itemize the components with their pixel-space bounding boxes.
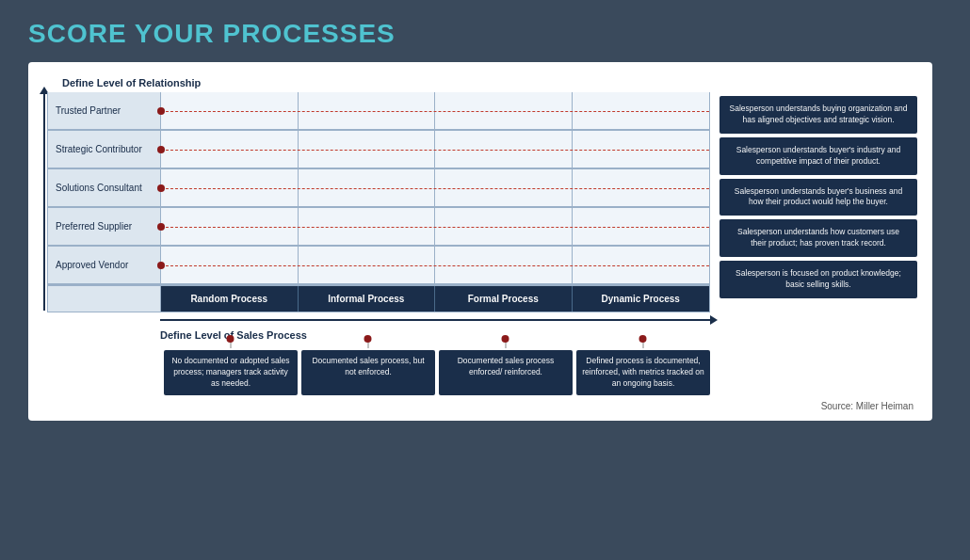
right-desc: Salesperson understands buyer's business… [719,179,917,216]
matrix-cell [435,169,573,207]
left-section: Define Level of Relationship Trusted Par… [43,77,710,395]
matrix-cell [435,208,573,246]
matrix-cell [299,208,436,246]
matrix-cell [435,247,573,284]
chart-wrapper: Define Level of Relationship Trusted Par… [28,62,932,421]
right-descriptions: Salesperson understands buying organizat… [719,96,917,298]
col-headers-row: Random Process Informal Process Formal P… [47,285,710,312]
bottom-desc: Documented sales process, but not enforc… [301,350,435,395]
x-arrow-container [160,312,710,328]
matrix-cell [161,247,299,284]
matrix-cell [299,169,436,207]
bottom-desc-spacer [47,350,160,395]
bottom-tick [231,339,232,348]
col-header: Dynamic Process [573,286,710,312]
matrix-cell [435,131,573,168]
matrix-cell [573,247,710,284]
bottom-tick [368,339,369,348]
row-label: Strategic Contributor [48,131,161,168]
page-container: SCORE YOUR PROCESSES Define Level of Rel… [0,0,970,560]
y-axis-label: Define Level of Relationship [62,77,710,88]
bottom-descriptions: No documented or adopted sales process; … [47,350,710,395]
right-desc: Salesperson understands how customers us… [719,219,917,257]
y-axis-arrow [43,92,45,311]
matrix-container: Trusted Partner Strategic Contributor [43,92,710,395]
matrix-cell [299,131,436,168]
row-dot [157,107,165,115]
bottom-desc: Defined process is documented, reinforce… [576,350,710,395]
matrix-body: Trusted Partner Strategic Contributor [47,92,710,395]
matrix-cell [299,92,436,130]
matrix-cell [435,92,573,130]
matrix-cell [573,208,710,246]
x-axis-label: Define Level of Sales Process [160,329,710,341]
row-label: Approved Vendor [48,247,161,284]
col-header: Formal Process [435,286,573,312]
x-axis-row: Define Level of Sales Process [160,312,710,341]
col-header-empty [48,286,161,312]
row-label: Trusted Partner [48,92,161,130]
matrix-cell [161,92,299,130]
x-axis-arrow [160,319,710,321]
row-dot [157,146,165,153]
matrix-cell [573,131,710,168]
matrix-cell [161,131,299,168]
bottom-tick [643,339,644,348]
chart-area: Define Level of Relationship Trusted Par… [43,77,917,395]
table-row: Trusted Partner [47,92,710,131]
row-dot [157,262,165,269]
right-desc: Salesperson understands buyer's industry… [719,137,917,175]
matrix-cell [573,92,710,130]
matrix-cell [161,208,299,246]
matrix-cell [299,247,436,284]
y-arrow-container [43,92,45,346]
table-row: Approved Vendor [47,247,710,285]
table-row: Solutions Consultant [47,169,710,208]
table-row: Strategic Contributor [47,131,710,169]
bottom-tick [506,339,507,348]
table-row: Preferred Supplier [47,208,710,247]
bottom-desc: Documented sales process enforced/ reinf… [439,350,573,395]
page-title: SCORE YOUR PROCESSES [28,19,942,49]
matrix-cell [161,169,299,207]
row-label: Solutions Consultant [48,169,161,207]
right-desc: Salesperson is focused on product knowle… [719,261,917,298]
right-desc: Salesperson understands buying organizat… [719,96,917,134]
row-dot [157,223,165,231]
matrix-cell [573,169,710,207]
row-label: Preferred Supplier [48,208,161,246]
col-header: Random Process [161,286,299,312]
bottom-desc: No documented or adopted sales process; … [164,350,298,395]
col-header: Informal Process [299,286,436,312]
source-text: Source: Miller Heiman [43,401,917,411]
row-dot [157,184,165,192]
